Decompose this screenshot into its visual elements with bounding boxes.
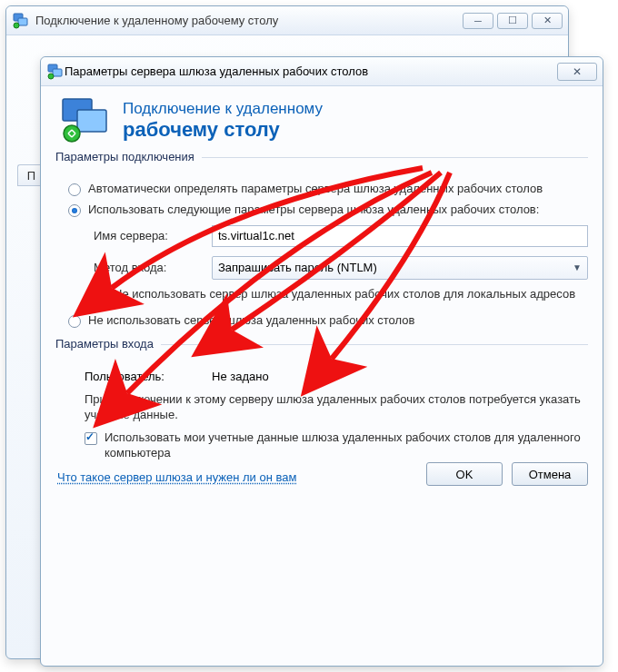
radio-icon xyxy=(68,204,81,217)
checkbox-icon xyxy=(94,289,106,301)
bypass-local-checkbox-row[interactable]: Не использовать сервер шлюза удаленных р… xyxy=(55,284,588,305)
rdp-logo-icon xyxy=(59,97,114,144)
user-label: Пользователь: xyxy=(85,370,212,383)
login-method-select[interactable]: Запрашивать пароль (NTLM) ▼ xyxy=(212,256,588,280)
radio-icon xyxy=(68,315,81,328)
connection-group: Параметры подключения Автоматически опре… xyxy=(55,157,588,331)
app-title-line2: рабочему столу xyxy=(123,118,323,142)
svg-rect-1 xyxy=(18,18,27,25)
parent-titlebar[interactable]: Подключение к удаленному рабочему столу … xyxy=(6,6,568,35)
use-creds-label: Использовать мои учетные данные шлюза уд… xyxy=(105,430,588,461)
server-name-label: Имя сервера: xyxy=(94,229,212,242)
whatis-link[interactable]: Что такое сервер шлюза и нужен ли он вам xyxy=(55,463,296,484)
dialog-content: Подключение к удаленному рабочему столу … xyxy=(41,86,603,497)
svg-point-5 xyxy=(48,74,54,79)
radio-use-settings[interactable]: Использовать следующие параметры сервера… xyxy=(55,200,588,221)
dialog-title: Параметры сервера шлюза удаленных рабочи… xyxy=(65,64,368,78)
dialog-button-bar: OK Отмена xyxy=(426,462,588,486)
login-method-value: Запрашивать пароль (NTLM) xyxy=(218,261,377,274)
radio-icon xyxy=(68,183,81,196)
login-group: Параметры входа Пользователь: Не задано … xyxy=(55,344,588,464)
app-header: Подключение к удаленному рабочему столу xyxy=(55,92,588,157)
parent-title: Подключение к удаленному рабочему столу xyxy=(35,14,278,27)
svg-point-8 xyxy=(64,125,80,142)
checkbox-icon xyxy=(85,432,97,445)
cancel-button[interactable]: Отмена xyxy=(512,462,588,486)
svg-rect-4 xyxy=(53,69,62,76)
use-creds-checkbox-row[interactable]: Использовать мои учетные данные шлюза уд… xyxy=(55,428,588,464)
login-desc: При подключении к этому серверу шлюза уд… xyxy=(55,387,588,428)
dialog-close-button[interactable]: ✕ xyxy=(557,63,597,81)
user-value: Не задано xyxy=(212,370,269,383)
mstsc-icon xyxy=(46,64,65,80)
chevron-down-icon: ▼ xyxy=(573,262,582,272)
server-name-input[interactable] xyxy=(212,225,588,247)
login-method-row: Метод входа: Запрашивать пароль (NTLM) ▼ xyxy=(55,252,588,284)
svg-rect-7 xyxy=(77,110,106,132)
svg-point-2 xyxy=(14,23,19,28)
gateway-settings-dialog: Параметры сервера шлюза удаленных рабочи… xyxy=(40,56,603,667)
radio-auto-label: Автоматически определять параметры серве… xyxy=(88,182,543,197)
user-row: Пользователь: Не задано xyxy=(55,366,588,387)
maximize-button[interactable]: ☐ xyxy=(497,13,528,29)
mstsc-icon xyxy=(12,12,30,30)
radio-auto-detect[interactable]: Автоматически определять параметры серве… xyxy=(55,179,588,200)
radio-no-gateway-label: Не использовать сервер шлюза удаленных р… xyxy=(88,313,414,329)
close-button[interactable]: ✕ xyxy=(532,13,563,29)
server-name-row: Имя сервера: xyxy=(55,221,588,252)
login-method-label: Метод входа: xyxy=(94,261,212,274)
login-group-label: Параметры входа xyxy=(55,337,161,351)
ok-button[interactable]: OK xyxy=(426,462,503,486)
app-title-line1: Подключение к удаленному xyxy=(123,100,323,118)
connection-group-label: Параметры подключения xyxy=(55,150,202,163)
dialog-titlebar[interactable]: Параметры сервера шлюза удаленных рабочи… xyxy=(41,57,603,86)
minimize-button[interactable]: ─ xyxy=(463,13,493,29)
radio-no-gateway[interactable]: Не использовать сервер шлюза удаленных р… xyxy=(55,311,588,331)
radio-use-label: Использовать следующие параметры сервера… xyxy=(88,203,539,218)
window-controls: ─ ☐ ✕ xyxy=(463,13,563,29)
bypass-local-label: Не использовать сервер шлюза удаленных р… xyxy=(114,287,575,302)
